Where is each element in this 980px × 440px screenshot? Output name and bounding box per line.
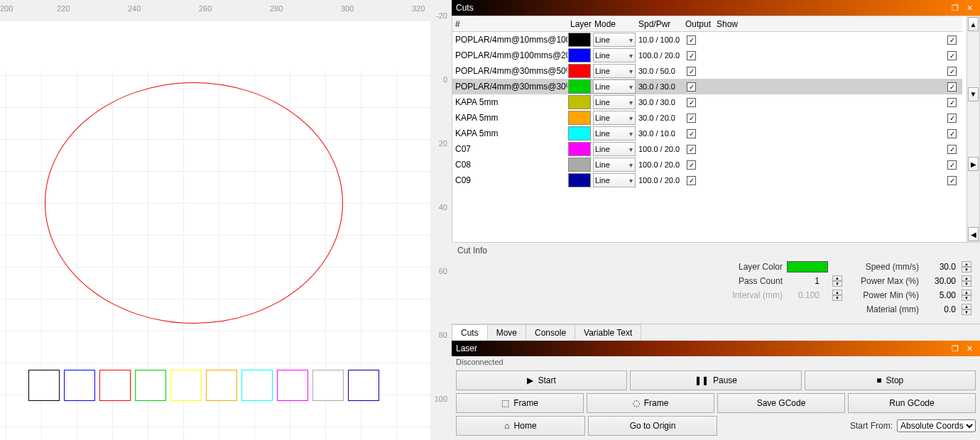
cut-show-checkbox[interactable]: ✓ (947, 145, 957, 154)
cut-output-checkbox[interactable]: ✓ (687, 114, 696, 123)
tab-move[interactable]: Move (487, 324, 526, 341)
close-icon[interactable]: ✕ (963, 343, 976, 354)
cuts-row[interactable]: KAPA 5mmLine30.0 / 20.0✓✓ (452, 110, 962, 126)
cut-layer-swatch[interactable] (568, 173, 591, 187)
cuts-row[interactable]: C07Line100.0 / 20.0✓✓ (452, 141, 962, 157)
layer-color-swatch[interactable] (787, 261, 828, 273)
cut-mode-select[interactable]: Line (593, 142, 636, 156)
speed-value[interactable]: 30.0 (923, 262, 957, 272)
cut-show-checkbox[interactable]: ✓ (947, 160, 957, 170)
scroll-right-button[interactable]: ▶ (968, 157, 979, 171)
cut-output-checkbox[interactable]: ✓ (687, 129, 696, 138)
cut-output-checkbox[interactable]: ✓ (687, 160, 696, 170)
cut-show-checkbox[interactable]: ✓ (947, 35, 957, 45)
col-header-layer[interactable]: Layer (567, 19, 592, 29)
palette-swatch[interactable] (99, 370, 131, 401)
cut-mode-select[interactable]: Line (593, 33, 636, 47)
cuts-row[interactable]: C09Line100.0 / 20.0✓✓ (452, 172, 962, 188)
save-gcode-button[interactable]: Save GCode (717, 393, 845, 413)
frame-circle-button[interactable]: ◌Frame (587, 393, 714, 413)
cut-layer-swatch[interactable] (568, 126, 591, 141)
cut-mode-select[interactable]: Line (593, 158, 636, 172)
pass-count-spinner[interactable]: ▲▼ (832, 275, 842, 287)
scroll-down-button[interactable]: ▼ (968, 87, 979, 101)
cut-show-checkbox[interactable]: ✓ (947, 129, 957, 138)
cut-output-checkbox[interactable]: ✓ (687, 35, 696, 45)
start-from-select[interactable]: Absolute Coords (897, 419, 976, 432)
material-spinner[interactable]: ▲▼ (962, 304, 971, 315)
tab-cuts[interactable]: Cuts (452, 324, 488, 341)
pause-button[interactable]: ❚❚Pause (630, 370, 801, 390)
material-value[interactable]: 0.0 (923, 304, 957, 314)
power-min-value[interactable]: 5.00 (923, 290, 957, 300)
scroll-left-button[interactable]: ◀ (968, 227, 979, 241)
col-header-show[interactable]: Show (714, 19, 962, 29)
cuts-row[interactable]: POPLAR/4mm@100mms@20%Line100.0 / 20.0✓✓ (452, 48, 962, 63)
cut-layer-swatch[interactable] (568, 64, 591, 78)
col-header-spd[interactable]: Spd/Pwr (636, 19, 682, 29)
cuts-row[interactable]: KAPA 5mmLine30.0 / 30.0✓✓ (452, 94, 962, 110)
cuts-row[interactable]: C08Line100.0 / 20.0✓✓ (452, 157, 962, 172)
cut-mode-select[interactable]: Line (593, 79, 636, 94)
cut-mode-select[interactable]: Line (593, 111, 636, 125)
palette-swatch[interactable] (348, 370, 379, 401)
col-header-output[interactable]: Output (682, 19, 714, 29)
restore-icon[interactable]: ❐ (949, 2, 962, 13)
palette-swatch[interactable] (170, 370, 202, 401)
cut-show-checkbox[interactable]: ✓ (947, 82, 957, 92)
speed-spinner[interactable]: ▲▼ (962, 261, 971, 273)
canvas-ellipse[interactable] (45, 82, 343, 324)
palette-swatch[interactable] (135, 370, 166, 401)
power-max-spinner[interactable]: ▲▼ (962, 275, 971, 287)
cut-mode-select[interactable]: Line (593, 173, 636, 187)
cut-output-checkbox[interactable]: ✓ (687, 98, 696, 107)
power-min-spinner[interactable]: ▲▼ (962, 290, 971, 301)
cut-layer-swatch[interactable] (568, 48, 591, 62)
run-gcode-button[interactable]: Run GCode (848, 393, 976, 413)
cut-layer-swatch[interactable] (568, 33, 591, 47)
cut-layer-swatch[interactable] (568, 158, 591, 172)
cut-mode-select[interactable]: Line (593, 95, 636, 109)
frame-rect-button[interactable]: ⬚Frame (456, 393, 584, 413)
cut-show-checkbox[interactable]: ✓ (947, 51, 957, 60)
cut-output-checkbox[interactable]: ✓ (687, 67, 696, 76)
cut-layer-swatch[interactable] (568, 95, 591, 109)
close-icon[interactable]: ✕ (963, 2, 976, 13)
cut-layer-swatch[interactable] (568, 79, 591, 94)
palette-swatch[interactable] (206, 370, 237, 401)
restore-icon[interactable]: ❐ (949, 343, 962, 354)
palette-swatch[interactable] (241, 370, 273, 401)
cut-output-checkbox[interactable]: ✓ (687, 82, 696, 92)
col-header-mode[interactable]: Mode (592, 19, 636, 29)
cut-show-checkbox[interactable]: ✓ (947, 98, 957, 107)
start-button[interactable]: ▶Start (456, 370, 627, 390)
cuts-row[interactable]: KAPA 5mmLine30.0 / 10.0✓✓ (452, 126, 962, 141)
palette-swatch[interactable] (277, 370, 308, 401)
stop-button[interactable]: ■Stop (805, 370, 976, 390)
cut-output-checkbox[interactable]: ✓ (687, 176, 696, 185)
col-header-name[interactable]: # (452, 19, 567, 29)
palette-swatch[interactable] (312, 370, 344, 401)
cut-show-checkbox[interactable]: ✓ (947, 176, 957, 185)
tab-console[interactable]: Console (526, 324, 575, 341)
scroll-up-button[interactable]: ▲ (968, 17, 979, 31)
cut-mode-select[interactable]: Line (593, 64, 636, 78)
cuts-row[interactable]: POPLAR/4mm@10mms@100%Line10.0 / 100.0✓✓ (452, 32, 962, 48)
cut-mode-select[interactable]: Line (593, 126, 636, 141)
cut-layer-swatch[interactable] (568, 111, 591, 125)
cut-show-checkbox[interactable]: ✓ (947, 114, 957, 123)
palette-swatch[interactable] (28, 370, 60, 401)
cut-show-checkbox[interactable]: ✓ (947, 67, 957, 76)
cut-layer-swatch[interactable] (568, 142, 591, 156)
canvas[interactable]: 200220240260280300320 -20020406080100 (0, 0, 452, 440)
cuts-row[interactable]: POPLAR/4mm@30mms@30%Line30.0 / 30.0✓✓ (452, 79, 962, 94)
palette-swatch[interactable] (64, 370, 95, 401)
cut-output-checkbox[interactable]: ✓ (687, 145, 696, 154)
pass-count-value[interactable]: 1 (787, 276, 821, 286)
home-button[interactable]: ⌂Home (456, 416, 585, 436)
go-origin-button[interactable]: Go to Origin (588, 416, 717, 436)
tab-variable-text[interactable]: Variable Text (575, 324, 641, 341)
cuts-row[interactable]: POPLAR/4mm@30mms@50%Line30.0 / 50.0✓✓ (452, 63, 962, 79)
cut-output-checkbox[interactable]: ✓ (687, 51, 696, 60)
cut-mode-select[interactable]: Line (593, 48, 636, 62)
